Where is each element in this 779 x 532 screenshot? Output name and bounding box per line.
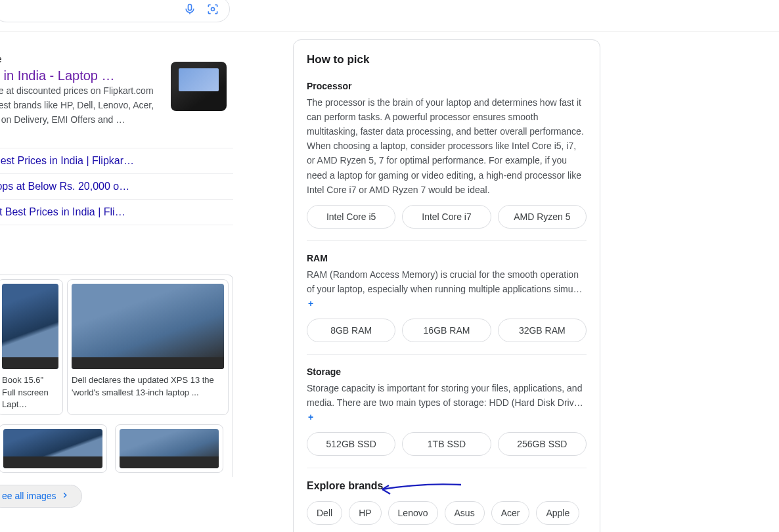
section-ram: RAM RAM (Random Access Memory) is crucia… [307,240,587,342]
header-divider [0,31,779,32]
section-processor: Processor The processor is the brain of … [307,81,587,229]
sitelink[interactable]: tops at Below Rs. 20,000 o… [0,173,233,199]
result-snippet-line: best brands like HP, Dell, Lenovo, Acer, [0,100,154,110]
search-results-column: re s in India - Laptop … ne at discounte… [0,54,233,508]
filter-pill[interactable]: 16GB RAM [402,319,491,342]
chevron-right-icon [60,491,70,502]
image-result-card[interactable] [115,424,223,473]
section-heading: RAM [307,253,587,263]
section-body: RAM (Random Access Memory) is crucial fo… [307,267,587,311]
image-caption: Book 15.6" Full nscreen Lapt… [2,374,58,410]
image-results-grid: Book 15.6" Full nscreen Lapt… Dell decla… [0,275,233,477]
organic-result: re s in India - Laptop … ne at discounte… [0,54,233,235]
section-heading: Processor [307,81,587,91]
filter-pill[interactable]: 1TB SSD [402,432,491,456]
brand-pill[interactable]: Dell [307,501,342,525]
brand-pill[interactable]: Apple [536,501,579,525]
section-heading: Storage [307,366,587,377]
filter-pill[interactable]: Intel Core i5 [307,205,395,229]
search-bar[interactable] [0,0,230,22]
brand-pill[interactable]: Acer [491,501,530,525]
image-result-card[interactable]: Dell declares the updated XPS 13 the 'wo… [67,279,229,415]
image-result-card[interactable]: Book 15.6" Full nscreen Lapt… [0,279,63,415]
laptop-thumbnail [2,284,58,369]
section-storage: Storage Storage capacity is important fo… [307,354,587,456]
result-snippet-line: ne at discounted prices on Flipkart.com [0,85,154,96]
expand-icon[interactable]: + [308,298,313,309]
filter-pill[interactable]: 512GB SSD [307,432,395,456]
image-result-card[interactable] [0,424,107,473]
expand-icon[interactable]: + [308,412,313,422]
laptop-thumbnail [72,284,224,369]
filter-pill[interactable]: AMD Ryzen 5 [498,205,587,229]
result-snippet-line: n on Delivery, EMI Offers and … [0,114,125,125]
laptop-thumbnail [3,429,102,468]
brand-pill[interactable]: Asus [445,501,485,525]
brands-heading: Explore brands [307,480,587,492]
see-all-label: ee all images [2,491,56,501]
pill-row: 8GB RAM 16GB RAM 32GB RAM [307,319,587,342]
voice-search-icon[interactable] [183,3,196,16]
brand-pill[interactable]: Lenovo [388,501,438,525]
sitelink[interactable]: at Best Prices in India | Fli… [0,199,233,225]
pill-row: 512GB SSD 1TB SSD 256GB SSD [307,432,587,456]
svg-rect-0 [189,5,192,11]
filter-pill[interactable]: 8GB RAM [307,319,395,342]
see-all-images-button[interactable]: ee all images [0,485,82,508]
result-title-link[interactable]: s in India - Laptop … [0,68,115,83]
filter-pill[interactable]: 256GB SSD [498,432,587,456]
section-brands: Explore brands Dell HP Lenovo Asus Acer … [307,468,587,525]
section-body: The processor is the brain of your lapto… [307,95,587,197]
knowledge-panel: How to pick Processor The processor is t… [293,39,600,532]
section-body: Storage capacity is important for storin… [307,381,587,424]
pill-row: Intel Core i5 Intel Core i7 AMD Ryzen 5 [307,205,587,229]
laptop-thumbnail [120,429,219,468]
filter-pill[interactable]: 32GB RAM [498,319,587,342]
filter-pill[interactable]: Intel Core i7 [402,205,491,229]
google-lens-icon[interactable] [206,3,219,16]
section-body-text: RAM (Random Access Memory) is crucial fo… [307,269,582,294]
svg-point-1 [211,8,215,11]
brand-pill[interactable]: HP [349,501,381,525]
section-body-text: Storage capacity is important for storin… [307,383,583,408]
result-thumbnail[interactable] [171,62,227,111]
panel-title: How to pick [307,53,587,66]
image-caption: Dell declares the updated XPS 13 the 'wo… [72,374,224,398]
brand-pill-row: Dell HP Lenovo Asus Acer Apple [307,501,587,525]
how-to-pick-card: How to pick Processor The processor is t… [293,39,600,532]
result-sitelinks: Best Prices in India | Flipkar… tops at … [0,148,233,225]
sitelink[interactable]: Best Prices in India | Flipkar… [0,148,233,173]
